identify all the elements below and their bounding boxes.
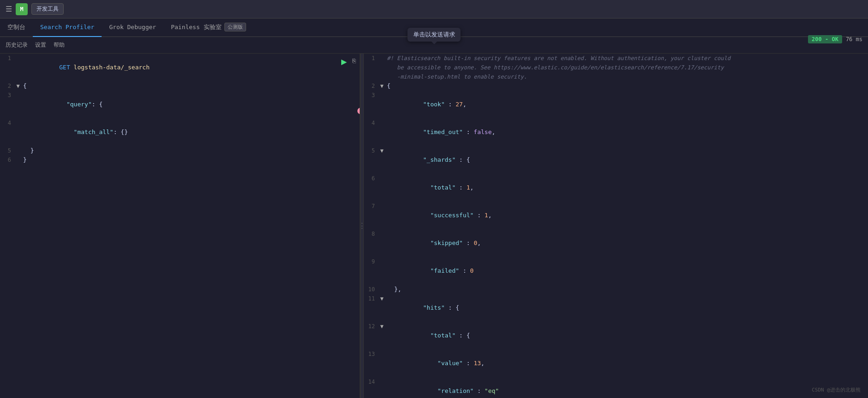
left-editor[interactable]: 1 GET logstash-data/_search ▶ ⎘ 2 ▼ { 3 …	[0, 54, 360, 398]
run-button[interactable]: ▶	[341, 57, 347, 66]
right-response-panel: 1 #! Elasticsearch built-in security fea…	[364, 54, 868, 398]
editor-line-3: 3 "query": {	[0, 91, 360, 118]
nav-tabs: 空制台 Search Profiler Grok Debugger Painle…	[0, 18, 868, 37]
beta-badge: 公测版	[224, 23, 246, 31]
dev-tools-button[interactable]: 开发工具	[31, 3, 64, 15]
response-line-11: 11 ▼ "hits" : {	[364, 294, 868, 322]
response-line-10: 10 },	[364, 285, 868, 294]
editor-line-4: 4 "match_all": {}	[0, 118, 360, 146]
response-line-7: 7 "successful" : 1,	[364, 202, 868, 229]
tab-console[interactable]: 空制台	[0, 18, 33, 37]
status-ok-badge: 200 - OK	[808, 35, 842, 43]
toolbar: 历史记录 设置 帮助 200 - OK 76 ms	[0, 37, 868, 54]
response-line-2: 2 ▼ {	[364, 81, 868, 91]
left-editor-panel[interactable]: 1 GET logstash-data/_search ▶ ⎘ 2 ▼ { 3 …	[0, 54, 360, 398]
response-line-14: 14 "relation" : "eq"	[364, 377, 868, 398]
avatar: M	[16, 3, 28, 15]
tab-grok-debugger[interactable]: Grok Debugger	[102, 18, 163, 37]
response-line-13: 13 "value" : 13,	[364, 349, 868, 377]
status-time: 76 ms	[846, 36, 862, 43]
response-line-9: 9 "failed" : 0	[364, 257, 868, 285]
help-button[interactable]: 帮助	[54, 41, 65, 49]
editor-line-6: 6 }	[0, 155, 360, 165]
editor-line-2: 2 ▼ {	[0, 81, 360, 91]
splitter[interactable]: ⋮	[360, 54, 364, 398]
history-button[interactable]: 历史记录	[6, 41, 28, 49]
response-line-3: 3 "took" : 27,	[364, 91, 868, 118]
top-bar: ☰ M 开发工具	[0, 0, 868, 18]
watermark: CSDN @进击的北极熊	[812, 386, 861, 393]
copy-button[interactable]: ⎘	[352, 57, 356, 64]
response-line-comment-3: -minimal-setup.html to enable security.	[364, 72, 868, 81]
tab-search-profiler[interactable]: Search Profiler	[33, 18, 102, 37]
main-container: 1 GET logstash-data/_search ▶ ⎘ 2 ▼ { 3 …	[0, 54, 868, 398]
editor-line-1: 1 GET logstash-data/_search ▶ ⎘	[0, 54, 360, 81]
response-line-6: 6 "total" : 1,	[364, 174, 868, 202]
hamburger-icon[interactable]: ☰	[6, 5, 12, 13]
response-line-8: 8 "skipped" : 0,	[364, 229, 868, 257]
status-bar: 200 - OK 76 ms	[808, 35, 862, 43]
response-line-12: 12 ▼ "total" : {	[364, 322, 868, 349]
response-line-comment-1: 1 #! Elasticsearch built-in security fea…	[364, 54, 868, 63]
response-line-5: 5 ▼ "_shards" : {	[364, 146, 868, 174]
response-line-comment-2: be accessible to anyone. See https://www…	[364, 63, 868, 72]
editor-line-5: 5 }	[0, 146, 360, 155]
tab-painless[interactable]: Painless 实验室 公测版	[163, 18, 253, 37]
settings-button[interactable]: 设置	[35, 41, 46, 49]
response-line-4: 4 "timed_out" : false,	[364, 118, 868, 146]
